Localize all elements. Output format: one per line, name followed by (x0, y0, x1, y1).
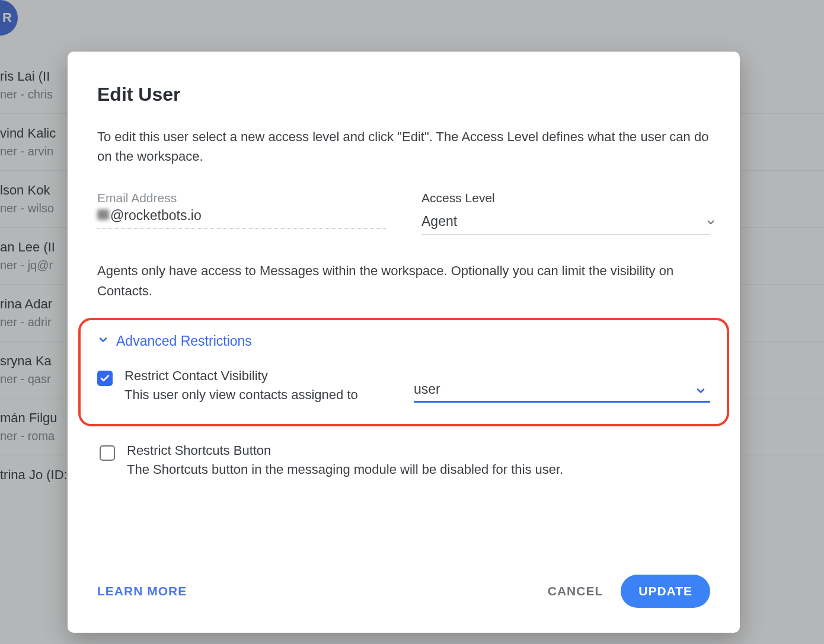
agent-note: Agents only have access to Messages with… (97, 261, 710, 301)
restrict-shortcuts-text: Restrict Shortcuts Button The Shortcuts … (127, 443, 710, 477)
access-level-label: Access Level (421, 191, 710, 205)
chevron-down-icon (695, 385, 707, 399)
restrict-contact-value: user (414, 381, 710, 403)
email-label: Email Address (97, 191, 386, 205)
update-button[interactable]: UPDATE (621, 575, 710, 608)
edit-user-dialog: Edit User To edit this user select a new… (68, 52, 740, 633)
restrict-contact-checkbox[interactable] (97, 371, 113, 386)
cancel-button[interactable]: CANCEL (548, 584, 603, 598)
dialog-description: To edit this user select a new access le… (97, 127, 710, 166)
learn-more-link[interactable]: LEARN MORE (97, 584, 187, 598)
email-value: @rocketbots.io (110, 208, 202, 224)
access-level-value: Agent (421, 211, 710, 235)
advanced-restrictions-toggle[interactable]: Advanced Restrictions (97, 333, 710, 349)
email-redacted-prefix (97, 209, 109, 220)
restrict-shortcuts-sub: The Shortcuts button in the messaging mo… (127, 462, 710, 477)
restrict-contact-text: Restrict Contact Visibility This user on… (124, 368, 402, 403)
restrict-shortcuts-title: Restrict Shortcuts Button (127, 443, 710, 458)
access-level-field-group: Access Level Agent (421, 191, 710, 235)
restrict-contact-select[interactable]: user (414, 381, 710, 403)
restrict-shortcuts-checkbox[interactable] (100, 445, 115, 461)
restrict-contact-title: Restrict Contact Visibility (124, 368, 402, 384)
advanced-restrictions-highlight: Advanced Restrictions Restrict Contact V… (78, 318, 729, 426)
restrict-contact-sub: This user only view contacts assigned to (124, 387, 402, 403)
advanced-restrictions-label: Advanced Restrictions (116, 333, 252, 349)
email-input[interactable]: @rocketbots.io (97, 205, 386, 229)
email-field-group: Email Address @rocketbots.io (97, 191, 386, 235)
access-level-select[interactable]: Agent (421, 211, 710, 235)
chevron-down-icon (97, 333, 109, 349)
dialog-title: Edit User (97, 84, 710, 106)
